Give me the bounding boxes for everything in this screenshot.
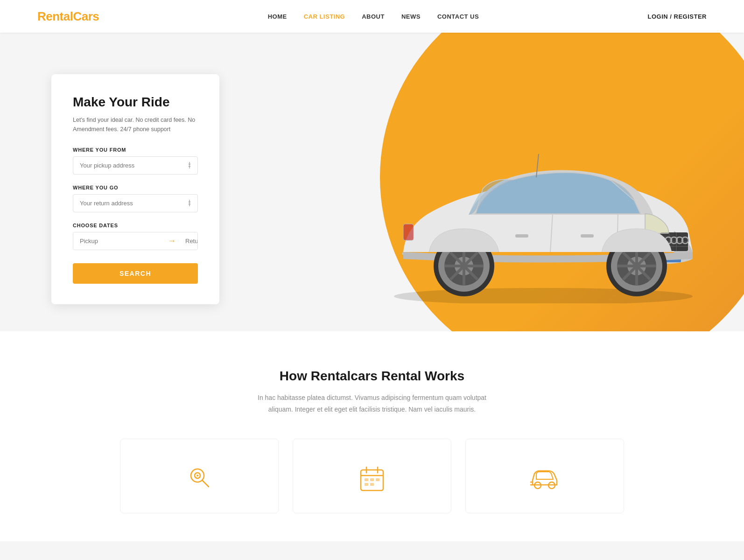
pickup-address-input[interactable] bbox=[73, 156, 198, 175]
how-title: How Rentalcars Rental Works bbox=[37, 369, 707, 384]
arrow-icon: → bbox=[165, 236, 179, 246]
login-register-button[interactable]: LOGIN / REGISTER bbox=[648, 13, 707, 20]
svg-point-38 bbox=[197, 475, 198, 476]
hero-subtitle: Let's find your ideal car. No credit car… bbox=[73, 115, 198, 134]
svg-rect-15 bbox=[403, 224, 414, 240]
svg-rect-46 bbox=[365, 483, 368, 486]
pickup-label: WHERE YOU FROM bbox=[73, 147, 198, 153]
how-card-location bbox=[120, 439, 279, 513]
svg-line-37 bbox=[202, 480, 209, 487]
svg-rect-45 bbox=[376, 478, 379, 481]
return-date-wrapper: ⇅ bbox=[179, 232, 198, 250]
calendar-icon bbox=[357, 463, 387, 493]
search-card: Make Your Ride Let's find your ideal car… bbox=[51, 74, 219, 304]
svg-rect-43 bbox=[365, 478, 368, 481]
hero-section: IN•A•13ε4 bbox=[0, 33, 744, 331]
svg-rect-16 bbox=[515, 234, 528, 238]
how-cards-container bbox=[37, 439, 707, 513]
svg-rect-17 bbox=[581, 234, 594, 238]
nav-news[interactable]: NEWS bbox=[401, 13, 421, 20]
nav-home[interactable]: HOME bbox=[268, 13, 287, 20]
logo-text: entalCars bbox=[46, 9, 99, 23]
how-card-car bbox=[465, 439, 624, 513]
logo[interactable]: RentalCars bbox=[37, 9, 99, 24]
how-description: In hac habitasse platea dictumst. Vivamu… bbox=[246, 392, 498, 415]
nav-about[interactable]: ABOUT bbox=[362, 13, 385, 20]
date-range-input: → ⇅ bbox=[73, 232, 198, 250]
svg-rect-44 bbox=[370, 478, 374, 481]
car-delivery-icon bbox=[530, 463, 560, 493]
nav-contact[interactable]: CONTACT US bbox=[437, 13, 479, 20]
hero-title: Make Your Ride bbox=[73, 95, 198, 110]
logo-r: R bbox=[37, 9, 46, 23]
car-image: IN•A•13ε4 bbox=[357, 107, 730, 322]
return-date-input[interactable] bbox=[179, 232, 198, 250]
location-search-icon bbox=[184, 463, 214, 493]
dates-label: CHOOSE DATES bbox=[73, 223, 198, 228]
how-card-calendar bbox=[293, 439, 451, 513]
search-button[interactable]: SEARCH bbox=[73, 263, 198, 284]
pickup-date-input[interactable] bbox=[73, 232, 165, 250]
how-it-works-section: How Rentalcars Rental Works In hac habit… bbox=[0, 331, 744, 541]
main-nav: HOME CAR LISTING ABOUT NEWS CONTACT US bbox=[268, 13, 479, 20]
site-header: RentalCars HOME CAR LISTING ABOUT NEWS C… bbox=[0, 0, 744, 33]
svg-rect-47 bbox=[370, 483, 374, 486]
nav-car-listing[interactable]: CAR LISTING bbox=[304, 13, 345, 20]
return-label: WHERE YOU GO bbox=[73, 185, 198, 190]
return-address-input[interactable] bbox=[73, 194, 198, 212]
